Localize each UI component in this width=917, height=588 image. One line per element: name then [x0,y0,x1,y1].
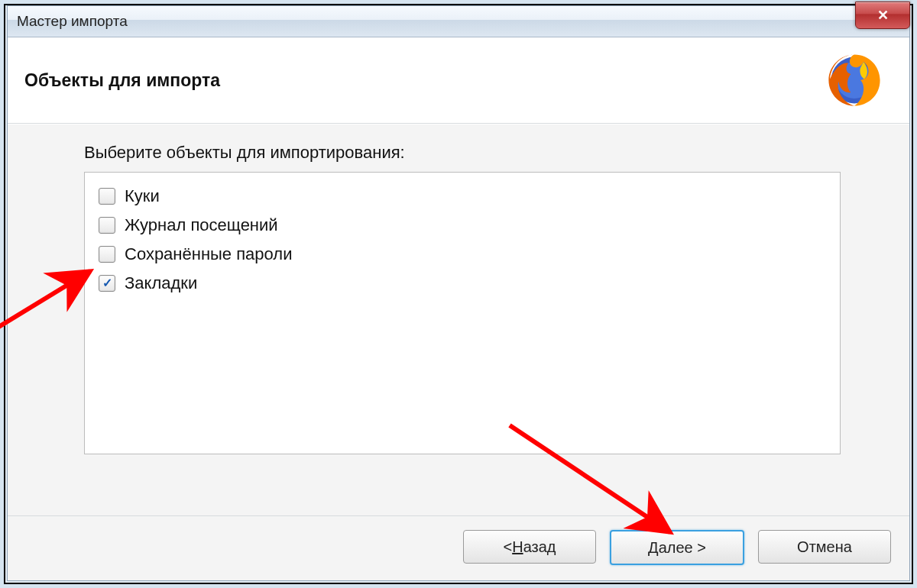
list-item[interactable]: Закладки [97,269,828,298]
button-label: Отмена [797,538,852,556]
checkbox-icon[interactable] [99,188,115,205]
firefox-icon [824,50,885,111]
list-item[interactable]: Сохранённые пароли [97,240,828,269]
close-icon: ✕ [877,7,889,24]
prompt-label: Выберите объекты для импортирования: [84,143,841,163]
item-label: Куки [125,186,160,206]
page-title: Объекты для импорта [24,70,220,91]
window-titlebar: Мастер импорта ✕ [8,6,909,37]
checkbox-icon[interactable] [99,217,115,234]
import-items-list: Куки Журнал посещений Сохранённые пароли… [84,172,841,454]
button-prefix: < [503,538,512,556]
checkbox-icon[interactable] [99,275,115,292]
item-label: Закладки [125,273,197,293]
button-rest: алее > [659,539,706,557]
button-rest: азад [523,538,556,556]
svg-line-2 [0,271,90,331]
screenshot-frame: Мастер импорта ✕ Объекты для импорта Выб… [4,4,913,584]
item-label: Журнал посещений [125,215,278,235]
button-mnemonic: Н [512,538,523,556]
checkbox-icon[interactable] [99,246,115,263]
item-label: Сохранённые пароли [125,244,292,264]
list-item[interactable]: Куки [97,182,828,211]
list-item[interactable]: Журнал посещений [97,211,828,240]
back-button[interactable]: < Назад [463,530,596,564]
wizard-window: Мастер импорта ✕ Объекты для импорта Выб… [7,5,910,581]
wizard-header: Объекты для импорта [8,37,909,124]
window-title: Мастер импорта [17,13,128,30]
button-mnemonic: Д [648,539,659,557]
close-button[interactable]: ✕ [855,2,910,29]
cancel-button[interactable]: Отмена [758,530,891,564]
wizard-body: Выберите объекты для импортирования: Кук… [8,124,909,515]
wizard-footer: < Назад Далее > Отмена [8,515,909,580]
next-button[interactable]: Далее > [610,530,744,565]
